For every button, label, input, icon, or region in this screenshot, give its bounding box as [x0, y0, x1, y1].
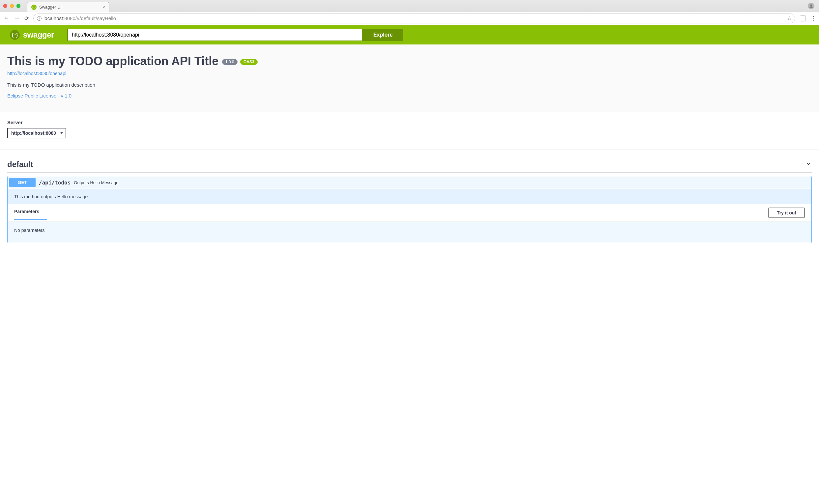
url-path: /#/default/sayHello	[75, 15, 116, 21]
url-port: :8080	[63, 15, 75, 21]
swagger-logo-text: swagger	[23, 30, 54, 40]
operation-path: /api/todos	[39, 180, 71, 186]
window-chrome: { } Swagger UI × ← → ⟳ i localhost:8080/…	[0, 0, 819, 25]
oas-badge: OAS3	[240, 59, 258, 65]
tag-header[interactable]: default	[7, 156, 812, 173]
site-info-icon[interactable]: i	[37, 16, 42, 21]
back-button[interactable]: ←	[3, 15, 9, 22]
api-description: This is my TODO application description	[7, 82, 812, 88]
operation-summary-text: Outputs Hello Message	[74, 180, 118, 185]
no-parameters-text: No parameters	[8, 222, 811, 243]
address-bar-text: localhost:8080/#/default/sayHello	[43, 15, 116, 21]
version-badge: 1.0.0	[222, 59, 238, 65]
svg-point-0	[810, 4, 812, 6]
traffic-lights	[3, 4, 20, 8]
tag-section: default GET /api/todos Outputs Hello Mes…	[0, 150, 819, 243]
explore-button[interactable]: Explore	[363, 29, 403, 41]
swagger-logo[interactable]: {··} swagger	[10, 30, 54, 40]
api-info-section: This is my TODO application API Title 1.…	[0, 44, 819, 112]
browser-tab[interactable]: { } Swagger UI ×	[27, 2, 109, 12]
maximize-window-button[interactable]	[16, 4, 20, 8]
parameters-header: Parameters Try it out	[8, 204, 811, 222]
reload-button[interactable]: ⟳	[24, 15, 29, 21]
parameters-title: Parameters	[14, 209, 39, 217]
browser-menu-button[interactable]: ⋮	[810, 15, 816, 22]
chevron-down-icon	[805, 160, 812, 169]
minimize-window-button[interactable]	[10, 4, 14, 8]
tag-name: default	[7, 160, 33, 169]
url-host: localhost	[43, 15, 63, 21]
extension-icon[interactable]	[800, 15, 806, 21]
operation-block: GET /api/todos Outputs Hello Message Thi…	[7, 176, 812, 243]
address-bar[interactable]: i localhost:8080/#/default/sayHello ☆	[33, 14, 795, 23]
close-tab-button[interactable]: ×	[102, 5, 105, 10]
bookmark-star-icon[interactable]: ☆	[787, 15, 792, 21]
operation-summary[interactable]: GET /api/todos Outputs Hello Message	[8, 176, 811, 189]
api-title: This is my TODO application API Title	[7, 54, 218, 68]
swagger-logo-icon: {··}	[10, 30, 20, 40]
spec-url-input[interactable]	[67, 29, 363, 41]
tab-title: Swagger UI	[39, 5, 100, 10]
http-method-badge: GET	[9, 178, 36, 187]
profile-icon[interactable]	[808, 3, 814, 9]
swagger-favicon-icon: { }	[31, 5, 37, 10]
swagger-topbar: {··} swagger Explore	[0, 25, 819, 44]
server-label: Server	[7, 120, 812, 125]
base-url-link[interactable]: http://localhost:8080/openapi	[7, 71, 812, 76]
close-window-button[interactable]	[3, 4, 7, 8]
license-link[interactable]: Eclipse Public License - v 1.0	[7, 93, 71, 98]
server-section: Server http://localhost:8080	[0, 112, 819, 146]
try-it-out-button[interactable]: Try it out	[768, 208, 805, 218]
forward-button[interactable]: →	[14, 15, 20, 22]
server-select[interactable]: http://localhost:8080	[7, 128, 66, 138]
operation-description: This method outputs Hello message	[8, 189, 811, 204]
